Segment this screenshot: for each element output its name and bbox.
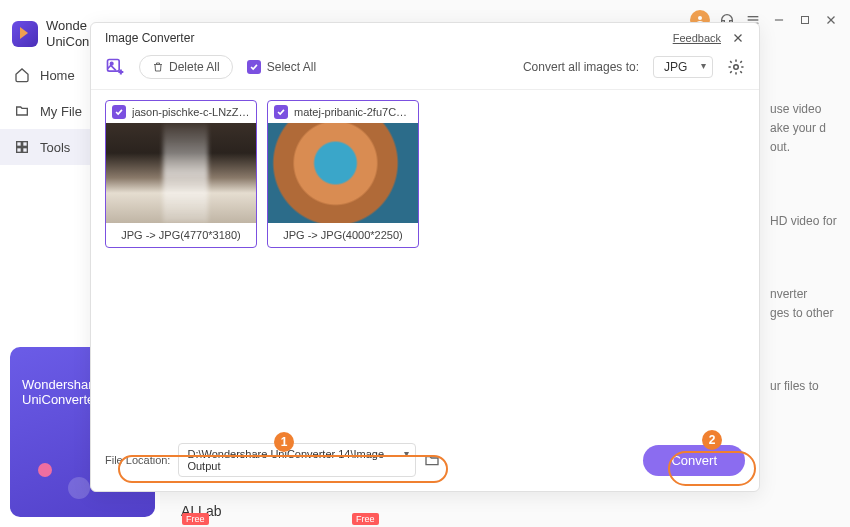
minimize-icon[interactable] <box>770 11 788 29</box>
image-converter-dialog: Image Converter Feedback Delete All Sele… <box>90 22 760 492</box>
output-settings-icon[interactable] <box>727 58 745 76</box>
delete-all-button[interactable]: Delete All <box>139 55 233 79</box>
file-thumbnail <box>268 123 418 223</box>
browse-folder-icon[interactable] <box>424 452 440 468</box>
checkbox-icon <box>247 60 261 74</box>
free-tag: Free <box>182 513 209 525</box>
format-select[interactable]: JPG <box>653 56 713 78</box>
background-hints: use video ake your d out. HD video for n… <box>770 100 840 450</box>
file-name: jason-pischke-c-LNzZxJtZ... <box>132 106 250 118</box>
checkbox-icon[interactable] <box>112 105 126 119</box>
svg-point-0 <box>698 16 702 20</box>
hint-text: nverter ges to other <box>770 285 840 323</box>
dialog-header: Image Converter Feedback <box>91 23 759 49</box>
select-all-label: Select All <box>267 60 316 74</box>
close-window-icon[interactable] <box>822 11 840 29</box>
file-location-path: D:\Wondershare UniConverter 14\Image Out… <box>187 448 384 472</box>
free-tag: Free <box>352 513 379 525</box>
convert-button-label: Convert <box>671 453 717 468</box>
maximize-icon[interactable] <box>796 11 814 29</box>
trash-icon <box>152 61 164 73</box>
file-conversion-info: JPG -> JPG(4000*2250) <box>268 223 418 247</box>
file-location-label: File Location: <box>105 454 170 466</box>
file-card[interactable]: matej-pribanic-2fu7CsklT... JPG -> JPG(4… <box>267 100 419 248</box>
home-icon <box>14 67 30 83</box>
file-thumbnail <box>106 123 256 223</box>
checkbox-icon[interactable] <box>274 105 288 119</box>
file-location-select[interactable]: D:\Wondershare UniConverter 14\Image Out… <box>178 443 416 477</box>
svg-rect-8 <box>17 142 22 147</box>
dialog-title: Image Converter <box>105 31 194 45</box>
hint-text: ur files to <box>770 377 840 396</box>
nav-files-label: My File <box>40 104 82 119</box>
dialog-toolbar: Delete All Select All Convert all images… <box>91 49 759 90</box>
dialog-footer: File Location: D:\Wondershare UniConvert… <box>91 433 759 491</box>
file-conversion-info: JPG -> JPG(4770*3180) <box>106 223 256 247</box>
feedback-link[interactable]: Feedback <box>673 32 721 44</box>
app-name-line2: UniCon <box>46 34 89 50</box>
promo-decoration-icon <box>68 477 90 499</box>
files-icon <box>14 103 30 119</box>
nav-home-label: Home <box>40 68 75 83</box>
select-all-checkbox[interactable]: Select All <box>247 60 316 74</box>
convert-to-label: Convert all images to: <box>523 60 639 74</box>
app-logo-icon <box>12 21 38 47</box>
file-name: matej-pribanic-2fu7CsklT... <box>294 106 412 118</box>
file-card[interactable]: jason-pischke-c-LNzZxJtZ... JPG -> JPG(4… <box>105 100 257 248</box>
promo-decoration-icon <box>38 463 52 477</box>
svg-rect-11 <box>23 148 28 153</box>
convert-button[interactable]: Convert <box>643 445 745 476</box>
app-name: Wonde UniCon <box>46 18 89 49</box>
files-list: jason-pischke-c-LNzZxJtZ... JPG -> JPG(4… <box>91 90 759 433</box>
svg-rect-9 <box>23 142 28 147</box>
delete-all-label: Delete All <box>169 60 220 74</box>
close-icon[interactable] <box>731 31 745 45</box>
add-image-icon[interactable] <box>105 57 125 77</box>
hint-text: HD video for <box>770 212 840 231</box>
tools-icon <box>14 139 30 155</box>
hint-text: use video ake your d out. <box>770 100 840 158</box>
format-value: JPG <box>664 60 687 74</box>
svg-rect-14 <box>108 60 120 72</box>
svg-point-18 <box>734 65 739 70</box>
svg-rect-5 <box>802 17 809 24</box>
nav-tools-label: Tools <box>40 140 70 155</box>
app-name-line1: Wonde <box>46 18 89 34</box>
svg-rect-10 <box>17 148 22 153</box>
